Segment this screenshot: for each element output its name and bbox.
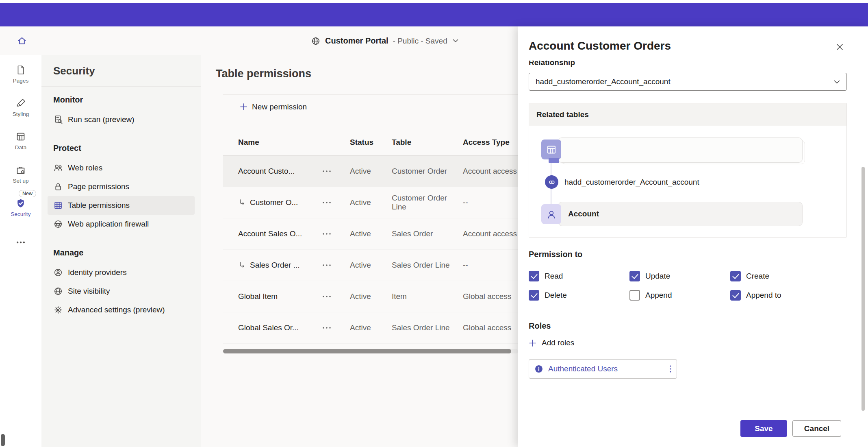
new-permission-button[interactable]: New permission [240, 102, 307, 111]
column-header-table[interactable]: Table [392, 138, 463, 147]
row-table: Item [392, 292, 463, 301]
site-switcher[interactable]: Customer Portal - Public - Saved [311, 26, 458, 55]
sidebar-item-advanced-settings[interactable]: Advanced settings (preview) [48, 301, 195, 319]
table-entity-card[interactable] [558, 137, 803, 163]
update-checkbox[interactable] [629, 271, 640, 281]
site-name: Customer Portal [325, 36, 388, 46]
create-checkbox[interactable] [730, 271, 741, 281]
cancel-button[interactable]: Cancel [792, 420, 841, 437]
left-edge-scrollbar[interactable] [1, 434, 5, 446]
home-icon [17, 35, 27, 46]
close-button[interactable] [832, 39, 847, 54]
row-more-button[interactable] [322, 170, 350, 172]
sidebar-item-label: Identity providers [68, 268, 127, 277]
table-grid-icon [53, 201, 63, 210]
row-table: Sales Order Line [392, 261, 463, 270]
row-more-button[interactable] [322, 233, 350, 235]
permission-create[interactable]: Create [730, 271, 831, 281]
sidebar-item-web-roles[interactable]: Web roles [48, 159, 195, 177]
plus-icon [240, 103, 247, 111]
account-entity-label: Account [568, 209, 599, 218]
sidebar-section-monitor: Monitor Run scan (preview) [41, 89, 201, 129]
permission-read[interactable]: Read [529, 271, 629, 281]
checkbox-label: Read [545, 272, 563, 281]
save-button[interactable]: Save [740, 420, 787, 437]
sidebar-item-web-application-firewall[interactable]: Web application firewall [48, 215, 195, 233]
row-status: Active [350, 198, 392, 207]
new-badge: New [19, 190, 36, 197]
section-heading: Manage [41, 242, 201, 263]
panel-scroll-area: Relationship hadd_customerorder_Account_… [518, 61, 868, 413]
relationship-dropdown[interactable]: hadd_customerorder_Account_account [529, 73, 847, 91]
horizontal-scrollbar-track [223, 349, 518, 353]
panel-vertical-scrollbar[interactable] [861, 167, 865, 411]
sidebar-item-label: Web roles [68, 164, 102, 172]
relationship-node-label: hadd_customerorder_Account_account [564, 175, 699, 189]
sidebar-item-table-permissions[interactable]: Table permissions [48, 196, 195, 215]
permission-update[interactable]: Update [629, 271, 730, 281]
row-name: Global Item [238, 292, 278, 301]
read-checkbox[interactable] [529, 271, 539, 281]
related-tables-heading: Related tables [529, 103, 846, 126]
role-chip-authenticated-users[interactable]: Authenticated Users [529, 359, 677, 379]
rail-item-more[interactable] [0, 228, 41, 261]
column-header-name[interactable]: Name [238, 138, 322, 147]
account-entity-card[interactable]: Account [558, 202, 803, 226]
horizontal-scrollbar[interactable] [223, 349, 511, 353]
sidebar-item-label: Site visibility [68, 287, 110, 296]
rail-item-security[interactable]: New Security [0, 194, 41, 228]
sidebar-item-identity-providers[interactable]: Identity providers [48, 263, 195, 282]
role-chip-label: Authenticated Users [548, 364, 664, 373]
row-more-button[interactable] [322, 201, 350, 204]
row-name: Customer O... [250, 198, 298, 207]
row-more-button[interactable] [322, 295, 350, 298]
sidebar-item-page-permissions[interactable]: Page permissions [48, 177, 195, 196]
site-status: - Public - Saved [393, 37, 447, 46]
sidebar-item-label: Run scan (preview) [68, 115, 135, 124]
row-status: Active [350, 261, 392, 270]
relationship-value: hadd_customerorder_Account_account [536, 77, 671, 86]
home-button[interactable] [13, 32, 31, 50]
table-entity-icon [541, 140, 561, 159]
close-icon [835, 43, 844, 51]
append-checkbox[interactable] [629, 290, 640, 301]
permission-checkbox-grid: Read Update Create Delete Append [529, 268, 847, 303]
section-heading: Monitor [41, 89, 201, 110]
add-roles-button[interactable]: Add roles [529, 336, 847, 349]
row-table: Customer Order [392, 167, 463, 176]
section-heading: Protect [41, 137, 201, 159]
relationship-node-icon [545, 175, 558, 189]
row-name: Global Sales Or... [238, 323, 299, 332]
row-more-button[interactable] [322, 264, 350, 266]
sidebar-item-site-visibility[interactable]: Site visibility [48, 282, 195, 301]
gear-icon [53, 305, 63, 315]
more-vertical-icon[interactable] [669, 365, 672, 373]
pages-icon [15, 65, 26, 75]
styling-icon [15, 98, 26, 109]
chevron-down-icon [453, 39, 458, 43]
relationship-label: Relationship [529, 61, 847, 67]
permission-append-to[interactable]: Append to [730, 290, 831, 301]
append-to-checkbox[interactable] [730, 290, 741, 301]
rail-item-pages[interactable]: Pages [0, 61, 41, 94]
rail-item-styling[interactable]: Styling [0, 94, 41, 128]
lock-icon [53, 182, 63, 192]
rail-item-data[interactable]: Data [0, 128, 41, 161]
rail-item-setup[interactable]: Set up [0, 161, 41, 194]
delete-checkbox[interactable] [529, 290, 539, 301]
scan-document-icon [53, 115, 63, 124]
account-entity-icon [541, 204, 561, 224]
permission-delete[interactable]: Delete [529, 290, 629, 301]
sidebar-item-run-scan[interactable]: Run scan (preview) [48, 110, 195, 129]
column-header-status[interactable]: Status [350, 138, 392, 147]
rail-item-label: Styling [13, 111, 29, 117]
row-more-button[interactable] [322, 327, 350, 329]
row-status: Active [350, 323, 392, 332]
rail-item-label: Security [11, 211, 31, 217]
setup-icon [15, 165, 26, 175]
permission-detail-panel: Account Customer Orders Relationship had… [518, 26, 868, 447]
people-icon [53, 163, 63, 173]
page-title: Table permissions [216, 61, 311, 86]
permission-append[interactable]: Append [629, 290, 730, 301]
app-rail: Pages Styling Data Set up New Security [0, 55, 41, 447]
